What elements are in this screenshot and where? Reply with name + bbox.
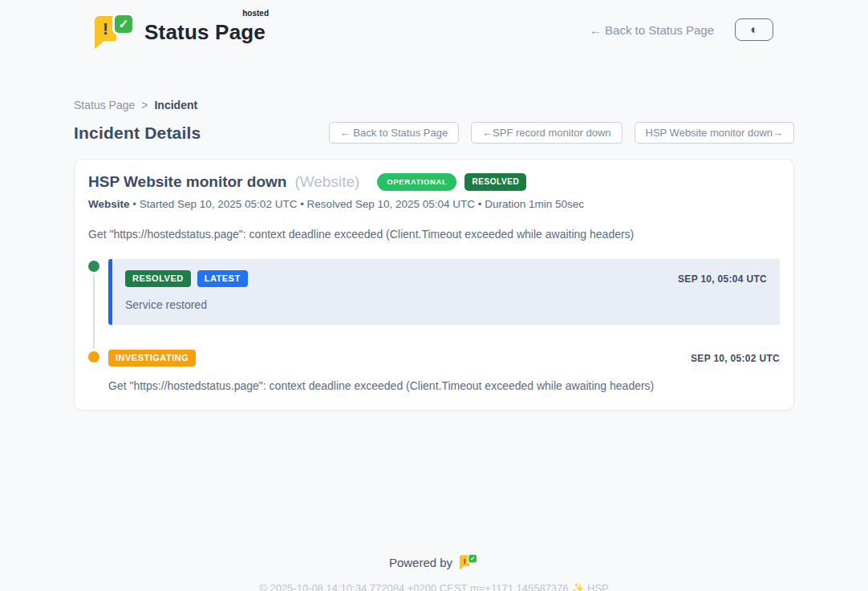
incident-description: Get "https://hostedstatus.page": context… bbox=[88, 228, 780, 241]
logo-bubble-tail bbox=[95, 40, 105, 49]
incident-timeline: RESOLVED LATEST SEP 10, 05:04 UTC Servic… bbox=[88, 259, 780, 392]
timeline-dot-green bbox=[88, 261, 99, 272]
powered-by-label: Powered by bbox=[389, 556, 452, 569]
operational-badge: OPERATIONAL bbox=[377, 173, 456, 191]
logo-check-icon: ✓ bbox=[112, 13, 135, 35]
breadcrumb-status-page[interactable]: Status Page bbox=[74, 99, 135, 111]
timeline-timestamp: SEP 10, 05:04 UTC bbox=[678, 273, 767, 285]
logo-hosted-superscript: hosted bbox=[242, 9, 269, 18]
timeline-entry-card: RESOLVED LATEST SEP 10, 05:04 UTC Servic… bbox=[108, 259, 780, 325]
incident-card: HSP Website monitor down (Website) OPERA… bbox=[74, 159, 794, 411]
meta-component-name: Website bbox=[88, 198, 130, 210]
latest-status-badge: LATEST bbox=[197, 270, 248, 287]
timeline-entry-resolved: RESOLVED LATEST SEP 10, 05:04 UTC Servic… bbox=[88, 259, 780, 325]
main-content: Status Page > Incident Incident Details … bbox=[74, 99, 794, 591]
half-circle-icon: ◐ bbox=[750, 23, 758, 36]
status-page-logo-icon: ! ✓ bbox=[460, 553, 479, 572]
investigating-status-badge: INVESTIGATING bbox=[108, 350, 196, 366]
logo-check-icon: ✓ bbox=[468, 553, 478, 564]
status-page-logo[interactable]: ! ✓ hosted Status Page bbox=[95, 10, 266, 49]
next-incident-button[interactable]: HSP Website monitor down→ bbox=[635, 122, 794, 144]
breadcrumb: Status Page > Incident bbox=[74, 99, 794, 111]
incident-component: (Website) bbox=[294, 173, 359, 191]
resolved-status-badge: RESOLVED bbox=[125, 270, 191, 287]
timeline-dot-orange bbox=[88, 351, 99, 362]
back-to-status-page-button[interactable]: ← Back to Status Page bbox=[329, 122, 459, 144]
incident-nav-buttons: ← Back to Status Page ←SPF record monito… bbox=[329, 122, 794, 144]
timeline-timestamp: SEP 10, 05:02 UTC bbox=[691, 353, 780, 364]
prev-incident-button[interactable]: ←SPF record monitor down bbox=[471, 122, 622, 144]
timeline-message: Get "https://hostedstatus.page": context… bbox=[108, 379, 780, 392]
timeline-entry-investigating: INVESTIGATING SEP 10, 05:02 UTC Get "htt… bbox=[88, 350, 780, 392]
footer: Powered by ! ✓ © 2025-10-08 14:10:34.772… bbox=[74, 553, 794, 591]
powered-by: Powered by ! ✓ bbox=[389, 553, 479, 572]
resolved-badge: RESOLVED bbox=[464, 173, 526, 191]
incident-title: HSP Website monitor down bbox=[88, 173, 286, 191]
page-title: Incident Details bbox=[74, 123, 201, 143]
theme-toggle-button[interactable]: ◐ bbox=[735, 18, 773, 41]
status-page-logo-icon: ! ✓ bbox=[95, 10, 135, 49]
header: ! ✓ hosted Status Page ← Back to Status … bbox=[0, 0, 868, 49]
meta-timestamps: • Started Sep 10, 2025 05:02 UTC • Resol… bbox=[132, 198, 584, 210]
timeline-message: Service restored bbox=[125, 298, 767, 311]
logo-text: hosted Status Page bbox=[144, 10, 266, 45]
breadcrumb-separator: > bbox=[141, 99, 148, 111]
breadcrumb-incident: Incident bbox=[154, 99, 197, 111]
copyright-text: © 2025-10-08 14:10:34.772084 +0200 CEST … bbox=[74, 582, 794, 591]
incident-meta: Website • Started Sep 10, 2025 05:02 UTC… bbox=[88, 198, 780, 210]
back-to-status-page-link[interactable]: ← Back to Status Page bbox=[590, 23, 714, 37]
logo-bubble-tail bbox=[460, 566, 464, 570]
timeline-entry-plain: INVESTIGATING SEP 10, 05:02 UTC Get "htt… bbox=[108, 350, 780, 392]
logo-brand-name: Status Page bbox=[144, 20, 266, 44]
